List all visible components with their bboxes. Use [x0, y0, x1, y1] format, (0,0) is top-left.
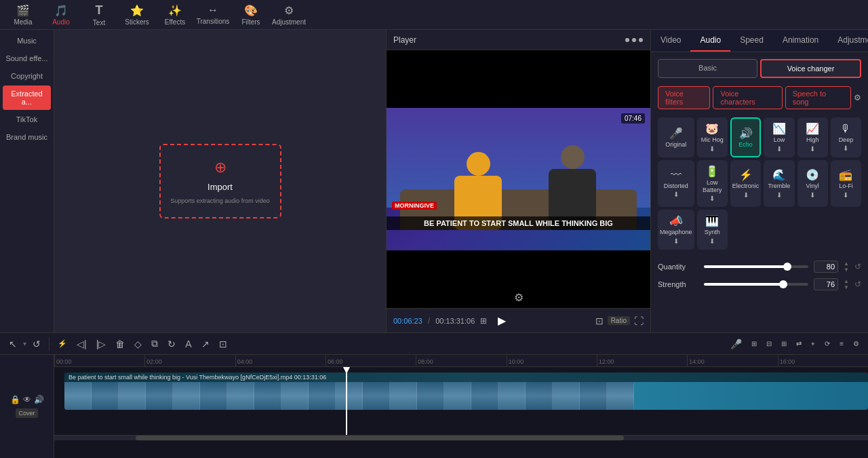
quantity-slider[interactable] [704, 265, 808, 268]
trim-left-tool[interactable]: ◁| [73, 337, 90, 351]
strength-value[interactable] [814, 278, 838, 290]
text-overlay-tool[interactable]: A [182, 337, 195, 351]
filter-settings-icon[interactable]: ⚙ [854, 93, 861, 102]
loop-tool[interactable]: ↻ [164, 337, 179, 351]
quantity-refresh-icon[interactable]: ↺ [854, 262, 861, 271]
filter-distorted[interactable]: 〰 Distorted ⬇ [658, 160, 694, 208]
tl-tool-6[interactable]: ⟳ [821, 337, 833, 351]
undo-tool[interactable]: ↺ [29, 337, 44, 351]
voice-changer-button[interactable]: Voice changer [760, 59, 861, 78]
basic-button[interactable]: Basic [658, 59, 757, 78]
tl-tool-1[interactable]: ⊞ [748, 337, 760, 351]
sidebar-item-tiktok[interactable]: TikTok [3, 111, 51, 128]
sound-icon[interactable]: 🔊 [34, 395, 44, 404]
filter-lo-fi[interactable]: 📻 Lo-Fi ⬇ [831, 160, 861, 208]
sidebar-item-music[interactable]: Music [3, 33, 51, 49]
toolbar-stickers[interactable]: ⭐ Stickers [119, 2, 155, 28]
lock-icon[interactable]: 🔒 [10, 395, 20, 404]
sidebar-item-brand[interactable]: Brand music [3, 129, 51, 145]
adjustment-icon: ⚙ [284, 4, 294, 17]
filter-synth[interactable]: 🎹 Synth ⬇ [697, 210, 728, 250]
tl-tool-2[interactable]: ⊟ [763, 337, 775, 351]
tl-tool-5[interactable]: ⌖ [808, 337, 818, 351]
tab-adjustment[interactable]: Adjustment [828, 30, 868, 52]
filter-mic-hog[interactable]: 🐷 Mic Hog ⬇ [697, 117, 728, 157]
sidebar-item-copyright[interactable]: Copyright [3, 68, 51, 84]
toolbar-media[interactable]: 🎬 Media [5, 2, 41, 28]
arrow-tool[interactable]: ↗ [198, 337, 213, 351]
filter-lo-fi-icon: 📻 [839, 168, 852, 181]
quantity-value[interactable] [814, 261, 838, 273]
trim-right-tool[interactable]: |▷ [93, 337, 110, 351]
toolbar-adjustment[interactable]: ⚙ Adjustment [271, 2, 307, 28]
toolbar-text[interactable]: T Text [81, 2, 117, 28]
filter-electronic[interactable]: ⚡ Electronic ⬇ [730, 160, 762, 208]
filter-synth-icon: 🎹 [705, 214, 719, 227]
quantity-down-arrow[interactable]: ▼ [844, 267, 849, 273]
tab-speech-to-song[interactable]: Speech to song [785, 86, 851, 109]
tab-voice-characters[interactable]: Voice characters [713, 86, 782, 109]
tl-settings[interactable]: ⚙ [850, 337, 863, 351]
strength-down-arrow[interactable]: ▼ [844, 285, 849, 290]
strength-slider[interactable] [704, 283, 808, 286]
tab-video[interactable]: Video [651, 30, 690, 52]
play-button[interactable]: ▶ [492, 313, 511, 328]
video-track: Be patient to start small while thinking… [54, 373, 868, 410]
player-title: Player [393, 35, 416, 45]
crop-tool[interactable]: ⊡ [216, 337, 231, 351]
fullscreen-icon[interactable]: ⛶ [634, 316, 644, 326]
filter-distorted-icon: 〰 [671, 169, 682, 181]
filter-echo[interactable]: 🔊 Echo [730, 117, 762, 157]
filter-tremble[interactable]: 🌊 Tremble ⬇ [764, 160, 794, 208]
player-controls: 00:06:23 / 00:13:31:06 ⊞ ▶ ⊡ Ratio ⛶ [387, 308, 650, 332]
strength-arrows: ▲ ▼ [844, 279, 849, 290]
delete-tool[interactable]: 🗑 [112, 337, 128, 351]
shape-tool[interactable]: ◇ [131, 337, 145, 351]
sidebar-extracted-label: Extracted a... [11, 90, 42, 106]
filter-deep[interactable]: 🎙 Deep ⬇ [831, 117, 861, 157]
filter-vinyl[interactable]: 💿 Vinyl ⬇ [797, 160, 828, 208]
toolbar-effects[interactable]: ✨ Effects [157, 2, 193, 28]
playhead[interactable] [346, 367, 347, 435]
mic-tool[interactable]: 🎤 [727, 337, 745, 351]
filter-high-icon: 📈 [806, 122, 819, 135]
toolbar-transitions[interactable]: ↔ Transitions [195, 2, 231, 28]
tab-speed[interactable]: Speed [730, 30, 773, 52]
player-menu-icon[interactable] [625, 38, 644, 42]
toolbar-audio[interactable]: 🎵 Audio [43, 2, 79, 28]
toolbar-filters[interactable]: 🎨 Filters [233, 2, 269, 28]
duplicate-tool[interactable]: ⧉ [148, 337, 161, 351]
filter-original[interactable]: 🎤 Original [658, 117, 694, 157]
toolbar-adjustment-label: Adjustment [272, 18, 306, 26]
strength-refresh-icon[interactable]: ↺ [854, 280, 861, 289]
strength-thumb[interactable] [779, 280, 787, 288]
split-tool[interactable]: ⚡ [54, 338, 71, 349]
tab-audio[interactable]: Audio [690, 30, 730, 52]
import-box[interactable]: ⊕ Import Supports extracting audio from … [159, 144, 281, 218]
strength-up-arrow[interactable]: ▲ [844, 279, 849, 284]
timeline-scrollbar[interactable] [54, 435, 868, 440]
filter-low-battery[interactable]: 🔋 Low Battery ⬇ [697, 160, 728, 208]
player-center-settings[interactable]: ⚙ [514, 291, 524, 304]
tl-tool-3[interactable]: ⊞ [778, 337, 790, 351]
tl-tool-4[interactable]: ⇄ [793, 337, 805, 351]
filter-high[interactable]: 📈 High ⬇ [797, 117, 828, 157]
sidebar-item-extracted[interactable]: Extracted a... [3, 85, 51, 110]
toolbar-stickers-label: Stickers [125, 18, 149, 26]
tab-voice-filters[interactable]: Voice filters [658, 86, 710, 109]
tl-tool-7[interactable]: ≡ [836, 337, 847, 351]
quantity-thumb[interactable] [783, 263, 791, 271]
quantity-up-arrow[interactable]: ▲ [844, 261, 849, 267]
eye-icon[interactable]: 👁 [23, 395, 31, 404]
frames-icon[interactable]: ⊞ [480, 316, 487, 326]
tab-animation[interactable]: Animation [773, 30, 828, 52]
crop-icon[interactable]: ⊡ [595, 316, 604, 326]
sidebar-item-sound-effects[interactable]: Sound effe... [3, 50, 51, 66]
ratio-badge[interactable]: Ratio [608, 316, 630, 325]
filter-megaphone-icon: 📣 [669, 214, 683, 227]
clip-header: Be patient to start small while thinking… [64, 373, 868, 382]
video-clip[interactable]: Be patient to start small while thinking… [64, 373, 868, 410]
filter-low[interactable]: 📉 Low ⬇ [764, 117, 794, 157]
filter-megaphone[interactable]: 📣 Megaphone ⬇ [658, 210, 694, 250]
cursor-tool[interactable]: ↖ [5, 337, 20, 351]
